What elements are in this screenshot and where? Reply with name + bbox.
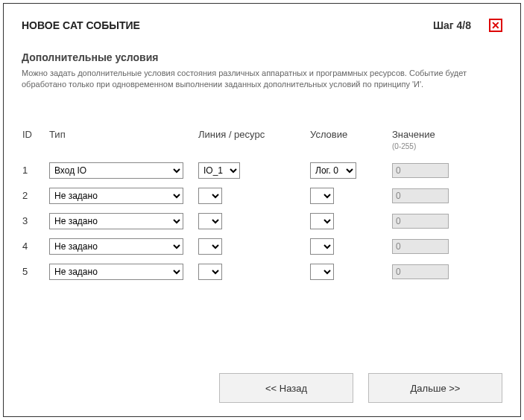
- col-header-value-hint: (0-255): [392, 142, 416, 150]
- type-select[interactable]: Вход IO: [49, 162, 183, 179]
- close-icon[interactable]: ✕: [489, 19, 502, 32]
- section-subtitle: Дополнительные условия: [22, 51, 502, 63]
- next-button[interactable]: Дальше >>: [368, 373, 502, 403]
- row-id: 5: [22, 263, 48, 281]
- conditions-table: ID Тип Линия / ресурс Условие Значение (…: [22, 121, 466, 288]
- step-area: Шаг 4/8 ✕: [433, 19, 502, 32]
- line-select[interactable]: [198, 188, 222, 204]
- col-header-id: ID: [22, 128, 48, 154]
- row-id: 2: [22, 187, 48, 205]
- col-header-cond: Условие: [309, 128, 391, 154]
- row-id: 3: [22, 212, 48, 230]
- section-description: Можно задать дополнительные условия сост…: [22, 68, 502, 91]
- value-input[interactable]: [392, 239, 449, 254]
- type-select[interactable]: Не задано: [49, 238, 183, 255]
- row-id: 1: [22, 162, 48, 179]
- row-id: 4: [22, 238, 48, 255]
- col-header-type: Тип: [48, 128, 198, 154]
- type-select[interactable]: Не задано: [49, 264, 183, 280]
- col-header-value: Значение (0-255): [391, 128, 466, 154]
- col-header-line: Линия / ресурс: [198, 128, 309, 154]
- line-select[interactable]: [198, 264, 222, 280]
- line-select[interactable]: [198, 213, 222, 229]
- value-input[interactable]: [392, 214, 449, 229]
- table-row: 1 Вход IO IO_1 Лог. 0: [22, 162, 466, 179]
- back-button[interactable]: << Назад: [219, 373, 353, 403]
- col-header-value-text: Значение: [392, 129, 435, 140]
- line-select[interactable]: [198, 238, 222, 255]
- condition-select[interactable]: [310, 264, 334, 280]
- condition-select[interactable]: [310, 188, 334, 204]
- dialog-footer: << Назад Дальше >>: [219, 373, 502, 403]
- value-input[interactable]: [392, 264, 449, 279]
- table-row: 2 Не задано: [22, 187, 466, 205]
- condition-select[interactable]: Лог. 0: [310, 162, 356, 179]
- line-select[interactable]: IO_1: [198, 162, 240, 179]
- dialog-title: НОВОЕ CAT СОБЫТИЕ: [22, 19, 140, 31]
- table-row: 3 Не задано: [22, 212, 466, 230]
- dialog-header: НОВОЕ CAT СОБЫТИЕ Шаг 4/8 ✕: [22, 19, 502, 32]
- condition-select[interactable]: [310, 213, 334, 229]
- step-indicator: Шаг 4/8: [433, 19, 471, 31]
- table-row: 4 Не задано: [22, 238, 466, 255]
- value-input[interactable]: [392, 188, 449, 203]
- type-select[interactable]: Не задано: [49, 213, 183, 229]
- dialog-window: НОВОЕ CAT СОБЫТИЕ Шаг 4/8 ✕ Дополнительн…: [3, 3, 521, 417]
- value-input[interactable]: [392, 163, 449, 178]
- type-select[interactable]: Не задано: [49, 188, 183, 204]
- condition-select[interactable]: [310, 238, 334, 255]
- table-row: 5 Не задано: [22, 263, 466, 281]
